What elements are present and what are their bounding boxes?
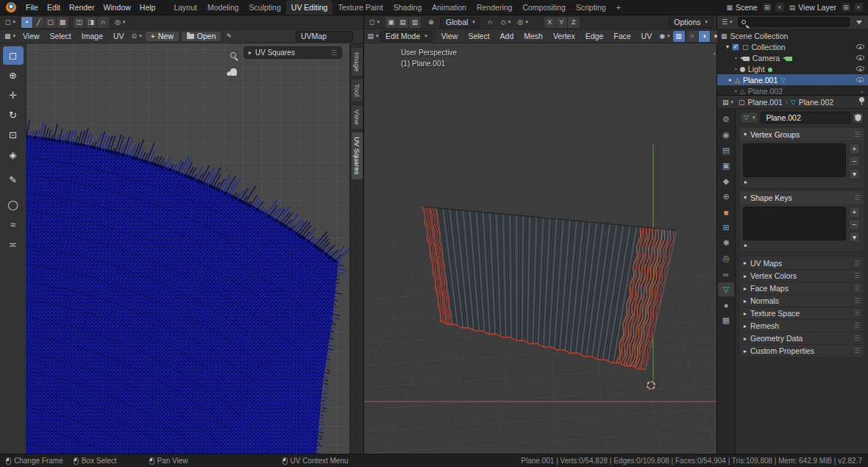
- add-vertex-group-button[interactable]: +: [849, 143, 860, 154]
- vp-cursor-icon[interactable]: ⊕: [425, 17, 437, 28]
- expand-arrow-icon[interactable]: ▸: [729, 76, 732, 83]
- chevron-down-icon[interactable]: ⌄: [859, 88, 864, 94]
- datablock-name-field[interactable]: Plane.002: [761, 112, 850, 124]
- panel-grip-icon[interactable]: ☰: [854, 347, 860, 354]
- vp-menu-add[interactable]: Add: [496, 29, 519, 43]
- pinch-tool[interactable]: ≍: [3, 235, 24, 254]
- menu-window[interactable]: Window: [99, 0, 135, 15]
- xray-toggle-icon[interactable]: ▥: [673, 31, 685, 42]
- outliner-row-camera[interactable]: • Camera: [717, 52, 868, 63]
- uv-select-island-button[interactable]: ▩: [57, 17, 68, 28]
- mesh-datablock-browse-button[interactable]: ▽ ▾: [740, 112, 758, 124]
- properties-tab-output[interactable]: ▤: [718, 143, 734, 157]
- properties-tab-modifiers[interactable]: ⊞: [718, 221, 734, 235]
- uv-select-face-button[interactable]: ▢: [45, 17, 57, 28]
- remove-shape-key-button[interactable]: −: [849, 219, 860, 230]
- menu-file[interactable]: File: [21, 0, 43, 15]
- transform-orientation-dropdown[interactable]: Global▾: [441, 17, 480, 28]
- overlays-icon[interactable]: ◉▾: [658, 31, 671, 42]
- remove-vertex-group-button[interactable]: −: [849, 156, 860, 167]
- uv-sticky-mode-button[interactable]: ◫: [74, 17, 85, 28]
- vp-menu-uv[interactable]: UV: [637, 29, 657, 43]
- pan-gizmo-button[interactable]: [226, 65, 241, 79]
- mode-selector-dropdown[interactable]: Edit Mode▾: [380, 31, 433, 42]
- vp-gizmo-scale-button[interactable]: ▥: [409, 17, 421, 28]
- visibility-eye-icon[interactable]: [856, 55, 864, 60]
- properties-tab-material[interactable]: ●: [718, 298, 734, 312]
- workspace-tab-animation[interactable]: Animation: [427, 0, 472, 15]
- properties-tab-particles[interactable]: ✱: [718, 236, 734, 250]
- scale-tool[interactable]: ⊡: [3, 126, 24, 144]
- panel-grip-icon[interactable]: ☰: [854, 297, 860, 304]
- zoom-gizmo-button[interactable]: [226, 48, 241, 63]
- breadcrumb-data-label[interactable]: Plane.002: [799, 98, 833, 107]
- panel-expand-arrow[interactable]: ▸: [249, 49, 252, 56]
- shape-key-specials-button[interactable]: ▾: [849, 232, 860, 243]
- uv-map-selector[interactable]: UVMap: [296, 31, 353, 42]
- blender-logo-icon[interactable]: [6, 2, 16, 13]
- visibility-eye-icon[interactable]: [856, 44, 864, 49]
- mirror-x-toggle[interactable]: X: [544, 17, 556, 28]
- view-layer-selector[interactable]: ▤ View Layer: [787, 3, 839, 12]
- vp-active-tool-icon[interactable]: ◻▾: [368, 17, 381, 28]
- outliner-editor-type-icon[interactable]: ☰▾: [720, 17, 734, 28]
- vertex-select-mode-button[interactable]: •: [435, 31, 435, 42]
- panel-collapse-arrow[interactable]: ▾: [744, 131, 747, 138]
- properties-tab-physics[interactable]: ◎: [718, 252, 734, 265]
- panel-grip-icon[interactable]: ☰: [854, 260, 860, 267]
- add-shape-key-button[interactable]: +: [849, 207, 860, 218]
- new-scene-button[interactable]: ⊞: [762, 2, 772, 13]
- panel-grip-icon[interactable]: ☰: [854, 310, 860, 317]
- uv-proportional-edit-icon[interactable]: ◎▾: [113, 17, 127, 28]
- uv-maps-panel-header[interactable]: ▸UV Maps ☰: [740, 257, 864, 269]
- image-pin-icon[interactable]: ✎: [223, 31, 235, 42]
- workspace-tab-shading[interactable]: Shading: [388, 0, 427, 15]
- relax-tool[interactable]: ≈: [3, 215, 24, 234]
- vp-menu-view[interactable]: View: [437, 29, 463, 43]
- annotate-tool[interactable]: ✎: [3, 171, 24, 189]
- uv-pivot-icon[interactable]: ⊙▾: [130, 31, 143, 42]
- sidebar-tab-image[interactable]: Image: [351, 47, 363, 76]
- add-workspace-button[interactable]: +: [611, 0, 626, 15]
- geometry-data-panel-header[interactable]: ▸Geometry Data ☰: [740, 332, 864, 344]
- shape-keys-list[interactable]: [743, 207, 846, 240]
- rotate-tool[interactable]: ↻: [3, 106, 24, 124]
- new-view-layer-button[interactable]: ⊞: [841, 2, 851, 13]
- viewport-canvas[interactable]: [364, 43, 716, 454]
- vp-menu-edge[interactable]: Edge: [581, 29, 608, 43]
- transform-tool[interactable]: ◈: [3, 146, 24, 164]
- uv-snap-button[interactable]: ∩: [97, 17, 109, 28]
- properties-tab-constraints[interactable]: ∞: [718, 267, 734, 281]
- shading-solid-button[interactable]: ◑: [699, 31, 711, 42]
- vertex-group-specials-button[interactable]: ▾: [849, 168, 860, 179]
- properties-editor-type-icon[interactable]: ▤▾: [721, 96, 735, 107]
- panel-collapse-arrow[interactable]: ▾: [744, 194, 747, 201]
- viewport-editor-type-icon[interactable]: ▤▾: [367, 31, 379, 42]
- outliner-row-plane-002[interactable]: • △ Plane.002 ⌄: [717, 85, 868, 96]
- uv-select-vertex-button[interactable]: •: [21, 17, 33, 28]
- snap-magnet-icon[interactable]: ∩: [484, 17, 496, 28]
- breadcrumb-object-label[interactable]: Plane.001: [748, 98, 783, 107]
- collapse-arrow-icon[interactable]: ▾: [726, 43, 729, 50]
- mirror-y-toggle[interactable]: Y: [556, 17, 568, 28]
- vertex-colors-panel-header[interactable]: ▸Vertex Colors ☰: [740, 269, 864, 282]
- properties-tab-render[interactable]: ◉: [718, 128, 734, 142]
- vp-menu-vertex[interactable]: Vertex: [549, 29, 580, 43]
- vertex-groups-panel-header[interactable]: ▾ Vertex Groups ☰: [740, 128, 864, 140]
- select-box-tool[interactable]: ◻: [3, 46, 24, 65]
- uv-editor-type-icon[interactable]: ▦▾: [3, 31, 17, 42]
- sidebar-tab-uv-squares[interactable]: UV Squares: [351, 132, 363, 179]
- workspace-tab-compositing[interactable]: Compositing: [517, 0, 570, 15]
- shape-keys-panel-header[interactable]: ▾ Shape Keys ☰: [740, 191, 864, 204]
- proportional-edit-icon[interactable]: ◎▾: [516, 17, 529, 28]
- open-image-button[interactable]: Open: [181, 31, 222, 42]
- properties-tab-view-layer[interactable]: ▣: [718, 159, 734, 173]
- vertex-groups-list[interactable]: [743, 143, 846, 177]
- uv-select-edge-button[interactable]: ╱: [33, 17, 45, 28]
- delete-view-layer-button[interactable]: ×: [853, 2, 864, 13]
- workspace-tab-uv-editing[interactable]: UV Editing: [286, 0, 333, 15]
- outliner-filter-icon[interactable]: [853, 17, 865, 28]
- options-dropdown[interactable]: Options▾: [669, 17, 713, 28]
- cursor-tool[interactable]: ⊕: [3, 66, 24, 85]
- pin-id-icon[interactable]: [859, 97, 864, 107]
